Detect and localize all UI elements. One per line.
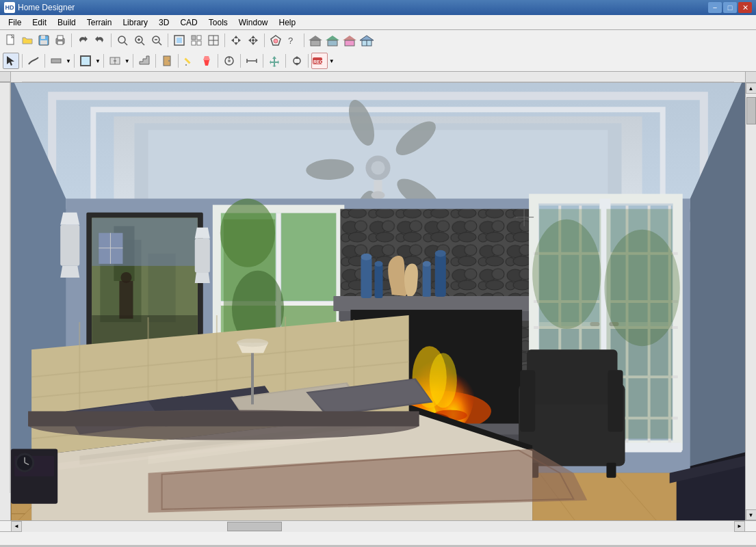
transform-tool[interactable] <box>289 53 305 69</box>
svg-point-35 <box>274 39 278 43</box>
svg-marker-46 <box>7 56 14 66</box>
svg-rect-18 <box>192 36 196 40</box>
svg-line-10 <box>142 42 144 45</box>
view-button[interactable] <box>205 32 222 49</box>
svg-rect-192 <box>520 370 535 431</box>
svg-marker-26 <box>234 42 238 45</box>
status-bar <box>0 531 756 545</box>
svg-marker-55 <box>185 64 187 66</box>
menu-file[interactable]: File <box>3 16 27 29</box>
toolbar-row-1: ? <box>0 30 756 51</box>
pan-button[interactable] <box>228 32 244 49</box>
menu-edit[interactable]: Edit <box>27 16 52 29</box>
paint-tool[interactable] <box>198 53 215 69</box>
svg-point-159 <box>430 353 457 408</box>
door-tool[interactable] <box>159 53 175 69</box>
window-controls: − □ ✕ <box>708 2 752 13</box>
svg-marker-126 <box>60 213 79 225</box>
canvas-area[interactable] <box>11 83 745 520</box>
dimension-tool[interactable] <box>244 53 260 69</box>
scroll-down-button[interactable]: ▼ <box>746 509 757 520</box>
svg-point-58 <box>228 59 231 62</box>
cabinet-tool[interactable] <box>107 53 123 69</box>
room-render <box>11 83 745 520</box>
menu-terrain[interactable]: Terrain <box>81 16 118 29</box>
house2-button[interactable] <box>324 32 341 49</box>
scroll-thumb-horizontal[interactable] <box>227 522 282 531</box>
scroll-left-button[interactable]: ◄ <box>11 521 22 532</box>
move-tool[interactable] <box>266 53 283 69</box>
open-button[interactable] <box>19 32 36 49</box>
svg-rect-151 <box>435 254 446 297</box>
svg-point-90 <box>371 161 384 174</box>
pencil-tool[interactable] <box>181 53 198 69</box>
svg-rect-128 <box>195 239 210 273</box>
minimize-button[interactable]: − <box>708 2 722 13</box>
undo-button[interactable] <box>75 32 91 49</box>
ruler-top: // Will be drawn via JS below <box>22 72 734 83</box>
menu-window[interactable]: Window <box>233 16 274 29</box>
house1-button[interactable] <box>307 32 324 49</box>
close-button[interactable]: ✕ <box>738 2 752 13</box>
zoom-out-button[interactable] <box>148 32 165 49</box>
ruler-left <box>0 83 11 520</box>
stair-tool[interactable] <box>136 53 153 69</box>
nav2-button[interactable] <box>245 32 261 49</box>
svg-rect-195 <box>606 463 616 478</box>
svg-rect-3 <box>40 40 47 44</box>
svg-point-139 <box>220 199 275 267</box>
scroll-up-button[interactable]: ▲ <box>746 83 757 94</box>
scroll-thumb-vertical[interactable] <box>746 97 756 124</box>
svg-rect-42 <box>345 40 354 46</box>
spline-tool[interactable] <box>25 53 42 69</box>
scrollbar-right[interactable]: ▲ ▼ <box>745 83 756 520</box>
menu-3d[interactable]: 3D <box>153 16 174 29</box>
menu-library[interactable]: Library <box>117 16 153 29</box>
fit-button[interactable] <box>171 32 187 49</box>
select-tool[interactable] <box>3 53 19 69</box>
tb-extra2[interactable]: ? <box>285 32 301 49</box>
svg-marker-27 <box>231 38 234 42</box>
ruler-container: // Will be drawn via JS below <box>0 72 756 83</box>
cabinet-dropdown[interactable]: ▼ <box>124 58 130 64</box>
zoom-in-button[interactable] <box>131 32 148 49</box>
grid-button[interactable] <box>188 32 205 49</box>
record-button[interactable]: REC <box>311 53 328 69</box>
svg-rect-133 <box>281 213 336 301</box>
menu-help[interactable]: Help <box>273 16 301 29</box>
library-tool[interactable] <box>221 53 237 69</box>
record-dropdown[interactable]: ▼ <box>328 58 335 64</box>
svg-marker-63 <box>270 56 279 67</box>
wall-tool[interactable] <box>48 53 64 69</box>
redo-button[interactable] <box>92 32 108 49</box>
svg-point-7 <box>118 36 125 43</box>
svg-text:REC: REC <box>313 59 324 64</box>
svg-rect-56 <box>184 57 190 64</box>
maximize-button[interactable]: □ <box>723 2 737 13</box>
print-button[interactable] <box>52 32 68 49</box>
tb-extra1[interactable] <box>268 32 284 49</box>
svg-marker-31 <box>248 38 251 42</box>
save-button[interactable] <box>36 32 52 49</box>
menu-build[interactable]: Build <box>52 16 81 29</box>
svg-marker-39 <box>326 36 339 40</box>
scroll-right-button[interactable]: ► <box>734 521 745 532</box>
svg-rect-48 <box>81 56 90 66</box>
scrollbar-bottom[interactable]: ◄ ► <box>0 520 756 531</box>
menu-tools[interactable]: Tools <box>203 16 233 29</box>
house3-button[interactable] <box>341 32 358 49</box>
menu-cad[interactable]: CAD <box>174 16 203 29</box>
svg-rect-149 <box>423 264 431 297</box>
svg-point-186 <box>532 219 601 329</box>
wall-dropdown[interactable]: ▼ <box>65 58 71 64</box>
svg-marker-29 <box>251 36 255 38</box>
title-bar: HD Home Designer − □ ✕ <box>0 0 756 15</box>
zoom-button[interactable] <box>114 32 131 49</box>
room-tool[interactable] <box>77 53 94 69</box>
svg-rect-40 <box>328 40 337 46</box>
house4-button[interactable] <box>359 32 375 49</box>
svg-marker-43 <box>360 36 374 40</box>
toolbar-row-2: ▼ ▼ ▼ <box>0 51 756 71</box>
room-dropdown[interactable]: ▼ <box>94 58 101 64</box>
new-button[interactable] <box>3 32 19 49</box>
